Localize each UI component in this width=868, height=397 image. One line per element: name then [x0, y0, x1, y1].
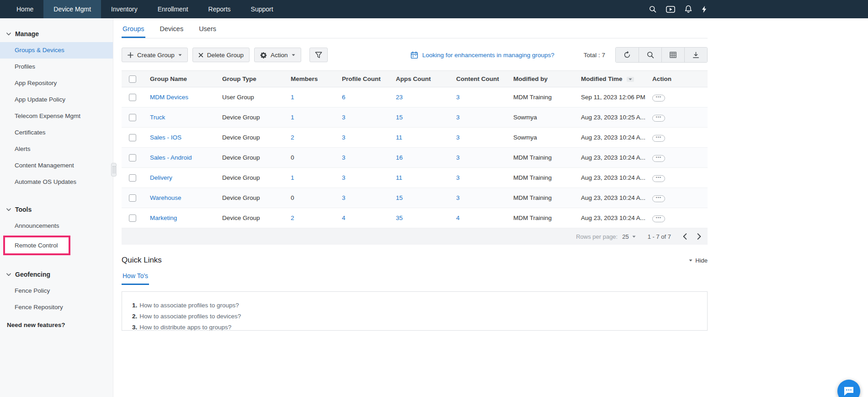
profile-count-cell-link[interactable]: 3 [342, 134, 346, 141]
rows-per-page-select[interactable]: 25 [622, 233, 635, 240]
profile-count-cell-link[interactable]: 4 [342, 215, 346, 221]
howto-link[interactable]: How to distribute apps to groups? [139, 324, 231, 331]
search-button[interactable] [639, 48, 661, 62]
next-page-button[interactable] [697, 233, 701, 240]
col-header-label: Profile Count [342, 75, 381, 82]
group-name-cell-link[interactable]: Warehouse [150, 194, 181, 201]
bell-icon[interactable] [685, 5, 692, 13]
content-count-cell-link[interactable]: 3 [456, 94, 460, 101]
chat-fab-button[interactable] [837, 380, 860, 397]
apps-count-cell-link[interactable]: 11 [396, 134, 402, 141]
sidebar-resize-handle[interactable] [111, 163, 117, 177]
content-count-cell-link[interactable]: 3 [456, 194, 460, 201]
tab-groups[interactable]: Groups [122, 25, 145, 38]
sidebar-item-remote-control[interactable]: Remote Control [3, 236, 70, 255]
table-button[interactable] [661, 48, 684, 62]
flash-icon[interactable] [702, 5, 707, 13]
row-actions-button[interactable]: ••• [652, 215, 665, 222]
apps-count-cell-link[interactable]: 23 [396, 94, 403, 101]
nav-item-support[interactable]: Support [241, 0, 283, 18]
sidebar-item-fence-repository[interactable]: Fence Repository [0, 299, 113, 316]
hide-quick-links-button[interactable]: Hide [689, 257, 708, 264]
apps-count-cell-link[interactable]: 15 [396, 194, 403, 201]
sidebar-item-app-update-policy[interactable]: App Update Policy [0, 91, 113, 108]
action-button[interactable]: Action [254, 48, 301, 62]
row-actions-button[interactable]: ••• [652, 195, 665, 202]
content-count-cell-link[interactable]: 3 [456, 174, 460, 181]
sidebar-item-telecom-expense-mgmt[interactable]: Telecom Expense Mgmt [0, 108, 113, 124]
howto-link[interactable]: How to associate profiles to groups? [139, 302, 239, 309]
apps-count-cell-link[interactable]: 11 [396, 174, 402, 181]
group-name-cell-link[interactable]: Marketing [150, 215, 177, 221]
group-name-cell-link[interactable]: Sales - IOS [150, 134, 181, 141]
row-actions-button[interactable]: ••• [652, 175, 665, 182]
delete-group-button[interactable]: Delete Group [192, 48, 250, 62]
group-name-cell-link[interactable]: Sales - Android [150, 154, 192, 161]
members-cell-link[interactable]: 2 [291, 215, 294, 221]
col-header-members: Members [287, 71, 338, 87]
sort-caret-icon[interactable] [627, 77, 634, 82]
content-count-cell-link[interactable]: 3 [456, 134, 460, 141]
profile-count-cell-link[interactable]: 3 [342, 174, 346, 181]
sidebar-item-certificates[interactable]: Certificates [0, 124, 113, 141]
members-cell-link[interactable]: 1 [291, 114, 294, 121]
row-actions-button[interactable]: ••• [652, 95, 665, 102]
nav-item-device-mgmt[interactable]: Device Mgmt [43, 0, 101, 18]
row-checkbox[interactable] [129, 94, 136, 101]
nav-item-reports[interactable]: Reports [198, 0, 241, 18]
refresh-button[interactable] [616, 48, 639, 62]
sidebar-item-groups-devices[interactable]: Groups & Devices [0, 42, 113, 59]
search-icon[interactable] [649, 5, 656, 13]
tab-users[interactable]: Users [198, 25, 217, 38]
need-new-features-link[interactable]: Need new features? [7, 322, 65, 328]
row-checkbox[interactable] [129, 114, 136, 121]
members-cell-link[interactable]: 1 [291, 94, 294, 101]
download-button[interactable] [684, 48, 707, 62]
content-count-cell-link[interactable]: 3 [456, 154, 460, 161]
sidebar-item-automate-os-updates[interactable]: Automate OS Updates [0, 174, 113, 190]
sidebar-item-profiles[interactable]: Profiles [0, 59, 113, 75]
profile-count-cell-link[interactable]: 3 [342, 154, 346, 161]
members-cell-link[interactable]: 2 [291, 134, 294, 141]
sidebar-item-announcements[interactable]: Announcements [0, 218, 113, 234]
row-checkbox[interactable] [129, 215, 136, 222]
filter-button[interactable] [309, 48, 328, 62]
row-actions-button[interactable]: ••• [652, 115, 665, 122]
sidebar-item-alerts[interactable]: Alerts [0, 141, 113, 157]
select-all-checkbox[interactable] [129, 75, 136, 83]
create-group-button[interactable]: Create Group [122, 48, 188, 62]
profile-count-cell-link[interactable]: 3 [342, 194, 346, 201]
profile-count-cell-link[interactable]: 3 [342, 114, 346, 121]
sidebar-item-fence-policy[interactable]: Fence Policy [0, 283, 113, 299]
tab-devices[interactable]: Devices [159, 25, 185, 38]
row-checkbox[interactable] [129, 134, 136, 141]
row-actions-button[interactable]: ••• [652, 135, 665, 142]
row-checkbox[interactable] [129, 194, 136, 202]
apps-count-cell-link[interactable]: 16 [396, 154, 403, 161]
sidebar-section-header-tools[interactable]: Tools [0, 201, 113, 218]
tab-how-tos[interactable]: How To's [122, 272, 149, 285]
sidebar-section-header-manage[interactable]: Manage [0, 26, 113, 42]
group-name-cell-link[interactable]: Truck [150, 114, 165, 121]
howto-link[interactable]: How to associate profiles to devices? [139, 313, 241, 320]
members-cell-link[interactable]: 1 [291, 174, 294, 181]
sidebar-item-content-management[interactable]: Content Management [0, 157, 113, 174]
row-checkbox[interactable] [129, 154, 136, 161]
video-icon[interactable] [666, 6, 675, 13]
enhancements-link[interactable]: Looking for enhancements in managing gro… [410, 51, 554, 59]
nav-item-home[interactable]: Home [6, 0, 43, 18]
profile-count-cell-link[interactable]: 6 [342, 94, 346, 101]
nav-item-inventory[interactable]: Inventory [101, 0, 148, 18]
content-count-cell-link[interactable]: 3 [456, 114, 460, 121]
group-name-cell-link[interactable]: MDM Devices [150, 94, 188, 101]
sidebar-section-header-geofencing[interactable]: Geofencing [0, 266, 113, 283]
sidebar-item-app-repository[interactable]: App Repository [0, 75, 113, 91]
apps-count-cell-link[interactable]: 15 [396, 114, 403, 121]
prev-page-button[interactable] [683, 233, 687, 240]
apps-count-cell-link[interactable]: 35 [396, 215, 403, 221]
nav-item-enrollment[interactable]: Enrollment [148, 0, 198, 18]
group-name-cell-link[interactable]: Delivery [150, 174, 172, 181]
row-actions-button[interactable]: ••• [652, 155, 665, 162]
row-checkbox[interactable] [129, 174, 136, 182]
content-count-cell-link[interactable]: 4 [456, 215, 460, 221]
